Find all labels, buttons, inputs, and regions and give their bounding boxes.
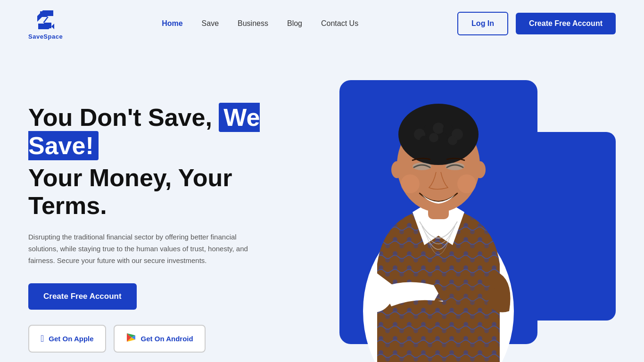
nav-link-contact[interactable]: Contact Us — [321, 19, 358, 27]
login-button[interactable]: Log In — [457, 12, 508, 35]
hero-description: Disrupting the traditional financial sec… — [28, 231, 255, 266]
hero-content: You Don't Save, We Save! Your Money, You… — [28, 66, 302, 353]
nav-item-blog[interactable]: Blog — [287, 19, 302, 28]
hero-subtitle: Your Money, Your Terms. — [28, 164, 302, 221]
navbar: SaveSpace Home Save Business Blog Contac… — [0, 0, 644, 47]
svg-point-18 — [391, 161, 403, 178]
hero-title-part1: You Don't Save, — [28, 104, 212, 131]
android-store-label: Get On Android — [141, 335, 193, 343]
hero-image-area — [321, 66, 616, 358]
svg-point-20 — [413, 163, 431, 170]
apple-store-label: Get On Apple — [49, 335, 93, 343]
play-store-icon — [126, 332, 136, 345]
apple-icon:  — [41, 333, 44, 344]
hero-section: You Don't Save, We Save! Your Money, You… — [0, 47, 644, 362]
nav-item-contact[interactable]: Contact Us — [321, 19, 358, 28]
android-store-button[interactable]: Get On Android — [114, 325, 206, 353]
svg-point-12 — [420, 136, 429, 145]
apple-store-button[interactable]:  Get On Apple — [28, 325, 106, 353]
svg-point-13 — [429, 133, 438, 142]
nav-actions: Log In Create Free Account — [457, 12, 616, 35]
svg-point-17 — [457, 174, 476, 193]
nav-links: Home Save Business Blog Contact Us — [162, 19, 358, 28]
nav-link-blog[interactable]: Blog — [287, 19, 302, 27]
nav-item-save[interactable]: Save — [202, 19, 219, 28]
svg-point-19 — [474, 161, 486, 178]
svg-point-6 — [398, 104, 479, 165]
nav-item-home[interactable]: Home — [162, 19, 182, 28]
svg-point-16 — [401, 174, 420, 193]
svg-point-21 — [446, 163, 464, 170]
nav-item-business[interactable]: Business — [238, 19, 268, 28]
svg-point-14 — [438, 133, 448, 142]
logo[interactable]: SaveSpace — [28, 8, 63, 40]
svg-point-15 — [448, 136, 457, 145]
svg-point-9 — [433, 123, 444, 134]
person-svg — [321, 66, 556, 362]
logo-icon — [33, 8, 58, 32]
nav-link-save[interactable]: Save — [202, 19, 219, 27]
brand-name: SaveSpace — [28, 33, 63, 40]
store-buttons:  Get On Apple Get On Android — [28, 325, 302, 353]
hero-title: You Don't Save, We Save! — [28, 104, 302, 160]
nav-link-business[interactable]: Business — [238, 19, 268, 27]
hero-person-image — [321, 66, 616, 358]
nav-link-home[interactable]: Home — [162, 19, 182, 27]
create-account-nav-button[interactable]: Create Free Account — [516, 13, 616, 34]
create-account-hero-button[interactable]: Create Free Account — [28, 283, 137, 310]
